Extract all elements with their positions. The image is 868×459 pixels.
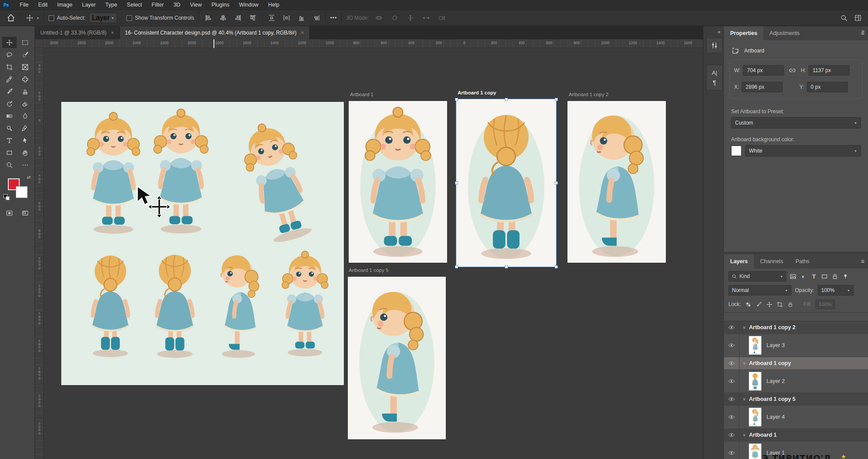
menu-item-image[interactable]: Image xyxy=(52,1,77,9)
layer-visibility-toggle[interactable] xyxy=(724,357,739,369)
layers-row-layer[interactable]: Layer 3 xyxy=(724,334,868,357)
selection-handle[interactable] xyxy=(505,265,508,268)
artboard-label[interactable]: Artboard 1 xyxy=(350,92,374,97)
layer-thumbnail[interactable] xyxy=(749,336,761,355)
tab-layers[interactable]: Layers xyxy=(724,254,754,268)
artboard-label[interactable]: Artboard 1 copy 2 xyxy=(569,92,609,97)
quick-mask-button[interactable] xyxy=(2,207,17,219)
height-field[interactable]: 1137 px xyxy=(808,65,850,76)
lock-all-icon[interactable] xyxy=(787,301,794,308)
frame-tool[interactable] xyxy=(18,61,32,73)
layer-name[interactable]: Artboard 1 copy 5 xyxy=(749,396,795,402)
crop-tool[interactable] xyxy=(2,61,17,73)
align-right-edges-icon[interactable] xyxy=(234,14,242,22)
selection-handle[interactable] xyxy=(455,181,458,184)
layers-row-artboard[interactable]: ∨Artboard 1 copy 5 xyxy=(724,393,868,406)
collapse-chevron-icon[interactable]: ∨ xyxy=(739,361,749,365)
lock-position-icon[interactable] xyxy=(766,301,773,308)
layer-name[interactable]: Layer 2 xyxy=(766,378,785,384)
zoom-tool[interactable] xyxy=(2,159,17,170)
selection-handle[interactable] xyxy=(555,98,558,101)
swap-colors-icon[interactable]: ⇄ xyxy=(27,175,31,180)
layer-visibility-toggle[interactable] xyxy=(724,370,739,393)
filter-adjustment-layers-icon[interactable]: ◐ xyxy=(800,273,807,280)
character-panel-icon[interactable]: A| xyxy=(710,68,719,77)
home-icon[interactable] xyxy=(6,13,16,23)
search-icon[interactable] xyxy=(840,14,848,22)
default-colors-icon[interactable] xyxy=(4,194,9,200)
selection-handle[interactable] xyxy=(455,265,458,268)
hand-tool[interactable] xyxy=(18,147,32,158)
selection-handle[interactable] xyxy=(505,98,508,101)
clone-stamp-tool[interactable] xyxy=(18,86,32,97)
document-tab-2[interactable]: 16- Consistent Character design.psd @ 40… xyxy=(120,26,310,39)
layer-name[interactable]: Layer 4 xyxy=(766,414,785,420)
layers-panel-menu-icon[interactable]: ≡ xyxy=(861,258,864,265)
layer-visibility-toggle[interactable] xyxy=(724,429,739,441)
show-transform-checkbox[interactable] xyxy=(126,15,132,21)
blend-mode-dropdown[interactable]: Normal ▼ xyxy=(728,285,791,296)
filter-type-layers-icon[interactable]: T xyxy=(810,273,818,280)
selection-handle[interactable] xyxy=(555,181,558,184)
layer-filter-dropdown[interactable]: Kind ▼ xyxy=(728,271,786,282)
path-selection-tool[interactable] xyxy=(18,135,32,146)
link-dimensions-icon[interactable] xyxy=(788,66,797,75)
distribute-vertical-centers-icon[interactable] xyxy=(312,14,320,22)
artboard-bg-color-swatch[interactable] xyxy=(731,146,742,156)
artboard-canvas[interactable] xyxy=(456,99,556,267)
horizontal-ruler[interactable]: 3000280026002400220020001800160014001200… xyxy=(44,39,703,48)
layer-visibility-toggle[interactable] xyxy=(724,442,739,459)
menu-item-select[interactable]: Select xyxy=(122,1,147,9)
selection-handle[interactable] xyxy=(555,265,558,268)
quick-selection-tool[interactable] xyxy=(18,49,32,60)
tab-close-icon[interactable]: × xyxy=(301,30,304,36)
x-field[interactable]: 2896 px xyxy=(742,82,783,92)
filter-toggle-icon[interactable] xyxy=(842,273,849,280)
character-reference-image[interactable] xyxy=(61,102,344,385)
layer-thumbnail[interactable] xyxy=(749,444,761,459)
collapse-chevron-icon[interactable]: ∨ xyxy=(739,325,749,330)
gradient-tool[interactable] xyxy=(2,110,17,122)
move-tool[interactable] xyxy=(2,37,17,48)
layer-visibility-toggle[interactable] xyxy=(724,334,739,357)
canvas-viewport[interactable]: Artboard 1Artboard 1 copyArtboard 1 copy… xyxy=(44,48,703,459)
menu-item-file[interactable]: File xyxy=(15,1,33,9)
layer-name[interactable]: Artboard 1 xyxy=(749,432,777,438)
layer-name[interactable]: Artboard 1 copy xyxy=(749,360,791,366)
layers-row-artboard[interactable]: ∨Artboard 1 copy xyxy=(724,357,868,370)
document-tab-1[interactable]: Untitled-1 @ 33.3% (RGB/8)× xyxy=(35,26,120,39)
menu-item-view[interactable]: View xyxy=(185,1,206,9)
artboard-canvas[interactable] xyxy=(567,101,666,263)
filter-shape-layers-icon[interactable] xyxy=(821,273,828,280)
tab-channels[interactable]: Channels xyxy=(754,254,789,268)
layer-visibility-toggle[interactable] xyxy=(724,406,739,428)
layer-thumbnail[interactable] xyxy=(749,408,761,426)
opacity-dropdown[interactable]: 100% ▼ xyxy=(818,285,854,296)
menu-item-plugins[interactable]: Plugins xyxy=(206,1,234,9)
menu-item-type[interactable]: Type xyxy=(101,1,122,9)
expand-panels-icon[interactable]: » xyxy=(861,28,864,34)
distribute-top-edges-icon[interactable] xyxy=(268,14,276,22)
distribute-bottom-edges-icon[interactable] xyxy=(298,14,305,22)
filter-pixel-layers-icon[interactable] xyxy=(789,273,797,280)
eyedropper-tool[interactable] xyxy=(2,73,17,85)
artboard-canvas[interactable] xyxy=(348,277,446,439)
history-brush-tool[interactable] xyxy=(2,98,17,109)
layer-name[interactable]: Layer 3 xyxy=(766,342,785,348)
move-tool-icon[interactable] xyxy=(26,14,34,22)
menu-item-edit[interactable]: Edit xyxy=(33,1,52,9)
collapse-chevron-icon[interactable]: ∨ xyxy=(739,397,749,401)
photoshop-logo[interactable]: Ps xyxy=(3,1,10,8)
align-left-edges-icon[interactable] xyxy=(204,14,212,22)
lock-image-pixels-icon[interactable] xyxy=(756,301,762,308)
artboard-canvas[interactable] xyxy=(349,101,447,263)
brush-tool[interactable] xyxy=(2,86,17,97)
spot-healing-brush-tool[interactable] xyxy=(18,73,32,85)
collapse-chevron-icon[interactable]: ∨ xyxy=(739,433,749,437)
edit-toolbar[interactable] xyxy=(18,159,32,170)
artboard-label[interactable]: Artboard 1 copy 5 xyxy=(349,268,388,273)
lock-transparent-pixels-icon[interactable] xyxy=(745,301,752,308)
tab-paths[interactable]: Paths xyxy=(789,254,816,268)
filter-smart-objects-icon[interactable] xyxy=(831,273,839,280)
artboard-label[interactable]: Artboard 1 copy xyxy=(458,90,496,95)
